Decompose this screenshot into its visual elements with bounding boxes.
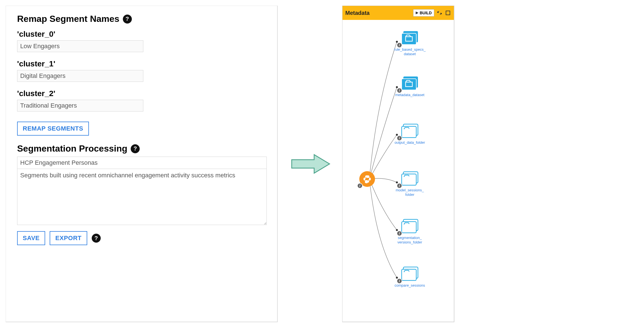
help-icon[interactable]: ? — [131, 144, 140, 153]
svg-rect-2 — [446, 11, 450, 15]
play-icon — [416, 11, 418, 14]
python-recipe-node[interactable]: i — [359, 171, 375, 187]
info-icon[interactable]: i — [357, 183, 363, 189]
dataset-node[interactable]: i compare_sessions — [393, 266, 427, 288]
proc-desc-textarea[interactable] — [17, 169, 267, 225]
dataset-node[interactable]: i model_sessions_folder — [393, 171, 427, 197]
cluster-row-0: 'cluster_0' — [17, 30, 266, 52]
cluster-row-1: 'cluster_1' — [17, 59, 266, 82]
dataset-node[interactable]: i rule_based_specs_dataset — [393, 30, 427, 56]
metadata-panel: Metadata BUILD — [342, 6, 454, 322]
node-label: rule_based_specs_dataset — [393, 47, 427, 56]
node-label: metadata_dataset — [395, 93, 424, 97]
proc-actions-row: SAVE EXPORT ? — [17, 231, 266, 245]
info-icon[interactable]: i — [397, 135, 402, 141]
node-label: segmentation_versions_folder — [393, 236, 427, 244]
info-icon[interactable]: i — [397, 231, 402, 236]
node-label: compare_sessions — [395, 283, 425, 288]
cluster-2-input[interactable] — [17, 100, 143, 112]
save-button[interactable]: SAVE — [17, 231, 45, 245]
cluster-2-label: 'cluster_2' — [17, 89, 266, 98]
proc-title-row: Segmentation Processing ? — [17, 143, 266, 154]
build-button[interactable]: BUILD — [413, 9, 434, 17]
folder-filled-icon — [400, 75, 420, 90]
node-label: output_data_folder — [395, 140, 425, 145]
folder-filled-icon — [400, 30, 420, 45]
help-icon[interactable]: ? — [92, 234, 101, 243]
info-icon[interactable]: i — [397, 42, 402, 48]
folder-outline-icon — [400, 171, 420, 186]
dataset-node[interactable]: i segmentation_versions_folder — [393, 218, 427, 244]
cluster-1-label: 'cluster_1' — [17, 59, 266, 68]
info-icon[interactable]: i — [397, 278, 402, 284]
info-icon[interactable]: i — [397, 183, 402, 189]
svg-marker-1 — [416, 11, 418, 14]
folder-outline-icon — [400, 123, 420, 138]
export-button[interactable]: EXPORT — [50, 231, 87, 245]
cluster-1-input[interactable] — [17, 70, 143, 82]
remap-title-row: Remap Segment Names ? — [17, 14, 266, 24]
proc-title: Segmentation Processing — [17, 143, 127, 154]
node-label: model_sessions_folder — [393, 188, 427, 197]
arrow-icon — [289, 151, 331, 177]
remap-panel: Remap Segment Names ? 'cluster_0' 'clust… — [6, 6, 278, 322]
proc-name-input[interactable] — [17, 157, 267, 169]
remap-title: Remap Segment Names — [17, 14, 119, 24]
remap-segments-button[interactable]: REMAP SEGMENTS — [17, 122, 89, 136]
svg-marker-0 — [292, 155, 330, 173]
info-icon[interactable]: i — [397, 88, 402, 93]
folder-outline-icon — [400, 266, 420, 281]
cluster-row-2: 'cluster_2' — [17, 89, 266, 112]
help-icon[interactable]: ? — [123, 15, 132, 24]
python-icon — [363, 175, 372, 184]
cluster-0-input[interactable] — [17, 40, 143, 52]
metadata-title: Metadata — [345, 10, 370, 16]
cluster-0-label: 'cluster_0' — [17, 30, 266, 39]
collapse-icon[interactable] — [436, 10, 443, 16]
build-button-label: BUILD — [420, 11, 432, 15]
flow-graph[interactable]: i i rule_based_specs_dataset — [342, 20, 454, 322]
dataset-node[interactable]: i output_data_folder — [393, 123, 427, 145]
folder-outline-icon — [400, 218, 420, 233]
metadata-header: Metadata BUILD — [342, 6, 454, 20]
maximize-icon[interactable] — [445, 10, 451, 16]
dataset-node[interactable]: i metadata_dataset — [393, 75, 427, 97]
